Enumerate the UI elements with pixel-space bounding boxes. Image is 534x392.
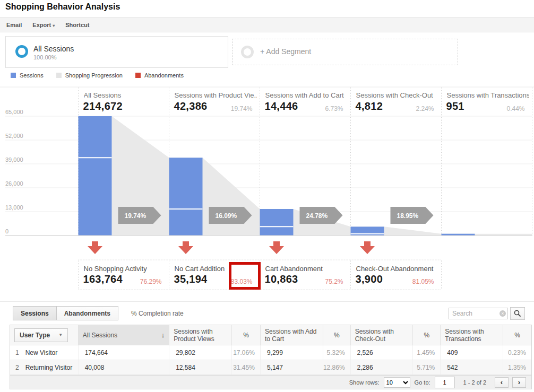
table-cell: 9,299 [260,345,323,360]
goto-page-input[interactable] [435,377,455,388]
table-cell: 5.32% [323,345,350,360]
search-clear-icon[interactable]: × [499,310,506,317]
funnel-col-value: 42,386 [174,100,208,112]
funnel-col-title: Sessions with Add to Cart [265,91,348,99]
abandonment-value: 35,194 [174,273,208,285]
funnel-bar [79,116,112,236]
funnel-bar [169,158,203,236]
funnel-bar [351,227,384,236]
progression-arrow-icon [391,207,434,224]
progression-arrow-icon [209,207,252,224]
shortcut-button[interactable]: Shortcut [65,22,89,28]
segment-label: All Sessions [33,45,74,53]
abandonment-value: 10,863 [265,273,298,285]
y-axis-label: 39,000 [5,156,23,163]
user-type-dropdown[interactable]: User Type▼ [14,328,68,342]
export-label: Export [32,22,51,28]
add-segment-button[interactable]: + Add Segment [232,39,458,65]
report-toolbar: Email Export▾ Shortcut [0,17,534,32]
email-button[interactable]: Email [6,22,22,28]
funnel-col-value: 14,446 [265,100,298,112]
completion-rate-label: % Completion rate [131,310,184,317]
add-segment-donut-icon [241,46,254,58]
col-header[interactable]: Sessions with Add to Cart [260,325,323,345]
prev-page-button[interactable]: ‹ [495,377,509,388]
table-cell: 29,802 [169,345,231,360]
funnel-bar [260,209,294,236]
abandonment-title: Cart Abandonment [265,265,323,273]
abandonment-pct: 83.03% [175,278,253,285]
table-cell: 542 [440,360,503,374]
data-table: User Type▼All Sessions↓Sessions with Pro… [10,325,532,389]
chevron-down-icon: ▼ [58,332,63,339]
search-icon [514,310,521,317]
sort-descending-icon: ↓ [161,332,165,339]
segment-pct: 100.00% [33,54,56,60]
funnel-col-title: All Sessions [84,91,166,99]
table-cell: 2,526 [350,345,413,360]
abandonment-arrow-icon [360,241,375,254]
col-header[interactable]: % [503,325,531,345]
goto-label: Go to: [415,379,430,386]
funnel-col-pct: 6.73% [265,105,343,112]
section-divider [0,301,534,302]
sorted-col-label: All Sessions [83,332,117,339]
funnel-col-pct: 0.44% [447,105,525,112]
tab-abandonments[interactable]: Abandonments [56,306,118,320]
col-header-user-type[interactable]: User Type▼ [10,325,78,345]
funnel-bar [442,234,475,236]
table-row: 2Returning Visitor40,00812,58431.45%5,14… [10,360,531,375]
search-button[interactable] [510,307,525,320]
row-label: Returning Visitor [25,364,73,371]
funnel-col-title: Sessions with Check-Out [356,91,438,99]
legend-item-progression: Shopping Progression [56,72,123,79]
abandonment-title: Check-Out Abandonment [356,265,434,273]
legend-item-sessions: Sessions [11,72,44,79]
y-axis-label: 0 [5,228,8,234]
col-header[interactable]: Sessions with Product Views [169,325,231,345]
table-cell: 17.06% [231,345,260,360]
col-header[interactable]: % [231,325,260,345]
table-cell: 174,664 [78,345,169,360]
col-header[interactable]: Sessions with Check-Out [350,325,413,345]
abandonment-value: 163,764 [83,273,123,285]
col-header[interactable]: % [412,325,440,345]
col-header[interactable]: % [323,325,350,345]
abandonment-pct: 75.2% [265,278,343,285]
table-cell: 5,147 [260,360,323,374]
col-header[interactable]: Sessions with Transactions [440,325,503,345]
show-rows-select[interactable]: 10 [384,377,410,388]
y-axis-label: 65,000 [5,109,23,115]
abandonment-arrow-icon [269,241,284,254]
progression-arrow-label: 18.95% [397,212,419,220]
segment-all-sessions[interactable]: All Sessions 100.00% [5,36,228,68]
funnel-col-value: 214,672 [83,100,123,112]
next-page-button[interactable]: › [512,377,526,388]
table-tabbar: Sessions Abandonments % Completion rate [13,306,184,320]
tab-sessions[interactable]: Sessions [13,306,57,320]
add-segment-label: + Add Segment [260,47,311,56]
show-rows-label: Show rows: [349,379,380,386]
col-header[interactable]: All Sessions↓ [78,325,169,345]
progression-arrow-label: 19.74% [125,212,147,220]
y-axis-label: 26,000 [5,180,23,187]
row-number: 1 [15,349,19,356]
table-cell: 1.35% [503,360,531,374]
legend-label: Shopping Progression [65,72,123,79]
highlight-box [229,262,261,290]
progression-area [112,116,532,236]
export-button[interactable]: Export▾ [32,22,55,28]
user-type-label: User Type [20,332,50,339]
progression-arrow-label: 16.09% [216,212,237,220]
funnel-col-title: Sessions with Product Vie... [175,91,257,99]
table-cell: 1.45% [412,345,440,360]
abandonments-swatch-icon [135,73,141,78]
table-cell: 409 [440,345,503,360]
abandonment-arrow-icon [178,241,193,254]
table-row: 1New Visitor174,66429,80217.06%9,2995.32… [10,345,531,360]
abandonment-pct: 76.29% [84,278,162,285]
table-footer: Show rows: 10 Go to: 1 - 2 of 2 ‹ › [10,375,531,389]
legend-item-abandonments: Abandonments [135,72,184,79]
pagination-range: 1 - 2 of 2 [463,379,486,386]
y-axis-label: 13,000 [5,204,23,211]
